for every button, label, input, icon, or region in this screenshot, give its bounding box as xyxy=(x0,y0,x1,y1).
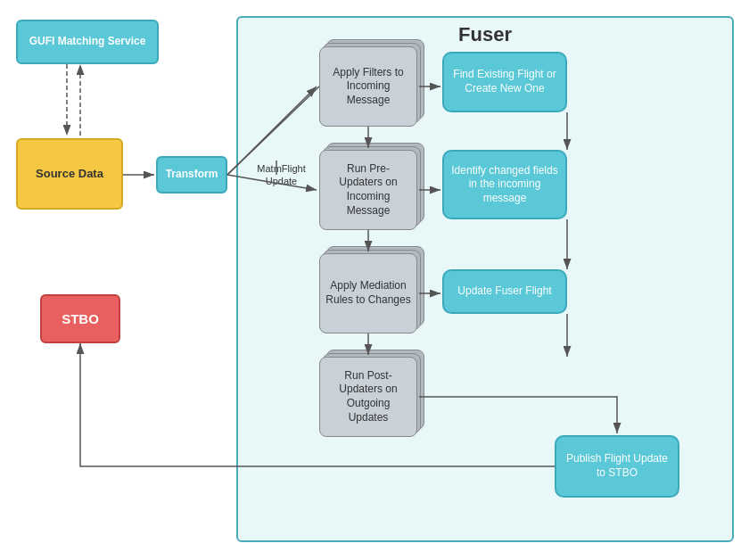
apply-mediation-front: Apply Mediation Rules to Changes xyxy=(319,253,417,334)
transform-box: Transform xyxy=(156,156,227,194)
gufi-matching-service-label: GUFI Matching Service xyxy=(29,35,146,49)
identify-changed-box: Identify changed fields in the incoming … xyxy=(442,150,567,219)
apply-filters-front: Apply Filters to Incoming Message xyxy=(319,46,417,127)
run-pre-front: Run Pre-Updaters on Incoming Message xyxy=(319,150,417,230)
source-data-label: Source Data xyxy=(36,167,103,182)
gufi-matching-service-box: GUFI Matching Service xyxy=(16,20,159,64)
source-data-box: Source Data xyxy=(16,138,123,210)
transform-label: Transform xyxy=(166,168,218,182)
run-post-front: Run Post-Updaters on Outgoing Updates xyxy=(319,357,417,437)
matm-flight-label: MatmFlight Update xyxy=(252,162,310,188)
stbo-box: STBO xyxy=(40,294,120,343)
fuser-title: Fuser xyxy=(458,23,512,46)
publish-flight-box: Publish Flight Update to STBO xyxy=(555,435,679,498)
find-existing-box: Find Existing Flight or Create New One xyxy=(442,52,567,112)
update-fuser-box: Update Fuser Flight xyxy=(442,269,567,314)
stbo-label: STBO xyxy=(62,310,99,328)
